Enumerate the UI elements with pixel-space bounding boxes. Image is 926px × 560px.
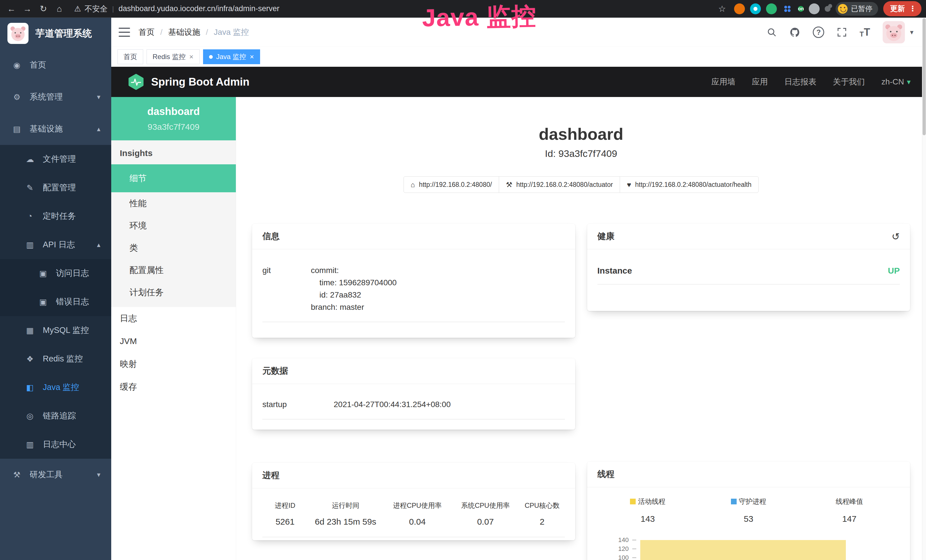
update-label: 更新 [890,4,905,14]
home-icon[interactable]: ⌂ [53,2,66,16]
database-icon: ▦ [24,326,35,335]
sba-nav-applications[interactable]: 应用 [752,76,768,87]
profile-avatar-icon [838,4,847,14]
security-label[interactable]: 不安全 [85,4,107,14]
service-url-button[interactable]: ⌂ http://192.168.0.2:48080/ [404,176,499,193]
sidebar-item-file-management[interactable]: ☁ 文件管理 [0,145,111,173]
admin-sidebar: 芋道管理系统 ◉ 首页 ⚙ 系统管理 ▾ ▤ 基础设施 ▴ ☁ 文件管理 ✎ 配… [0,18,111,560]
sba-item-environment[interactable]: 环境 [111,215,236,237]
sba-language-select[interactable]: zh-CN ▾ [882,77,911,86]
redis-icon: ❖ [24,354,35,364]
font-size-icon[interactable]: TT [859,26,870,38]
sidebar-item-label: 配置管理 [43,182,76,194]
bookmark-star-icon[interactable]: ☆ [715,2,729,16]
avatar-caret-icon[interactable]: ▾ [910,28,914,36]
pin-extension-icon[interactable] [750,3,761,14]
chevron-down-icon: ▾ [97,93,100,101]
breadcrumb-home[interactable]: 首页 [139,27,154,38]
health-url: http://192.168.0.2:48080/actuator/health [635,181,752,189]
switch-on-extension-icon[interactable]: on [798,6,803,12]
process-cpu-value: 0.04 [383,517,451,527]
sidebar-item-label: 访问日志 [56,268,89,279]
page-scrollbar[interactable] [922,18,926,560]
scrollbar-thumb[interactable] [923,18,926,135]
sidebar-item-scheduled-jobs[interactable]: ◔ 定时任务 [0,202,111,230]
sidebar-item-error-logs[interactable]: ▣ 错误日志 [0,288,111,316]
history-icon[interactable]: ↺ [892,231,900,242]
sba-nav-journal[interactable]: 日志报表 [785,76,817,87]
fullscreen-icon[interactable] [837,27,847,37]
service-url: http://192.168.0.2:48080/ [419,181,492,189]
sba-item-mappings[interactable]: 映射 [111,353,236,375]
profile-paused-chip[interactable]: 已暂停 [835,2,878,16]
sidebar-item-api-logs[interactable]: ▥ API 日志 ▴ [0,230,111,259]
extension-icon[interactable] [766,3,777,14]
sba-item-details[interactable]: 细节 [111,164,236,192]
sba-nav-wallboard[interactable]: 应用墙 [711,76,735,87]
live-threads-value: 143 [598,514,698,524]
help-icon[interactable]: ? [813,27,824,38]
sba-item-scheduled-tasks[interactable]: 计划任务 [111,281,236,304]
sba-item-caches[interactable]: 缓存 [111,375,236,398]
back-icon[interactable]: ← [5,2,18,16]
sba-item-classes[interactable]: 类 [111,237,236,259]
sidebar-item-label: 链路追踪 [43,410,76,422]
sidebar-item-infrastructure[interactable]: ▤ 基础设施 ▴ [0,113,111,145]
y-axis-tick: 140 [598,536,629,544]
health-url-button[interactable]: ♥ http://192.168.0.2:48080/actuator/heal… [620,176,759,193]
extension-icon[interactable] [809,3,820,14]
tab-label: 首页 [124,52,137,61]
url-text[interactable]: dashboard.yudao.iocoder.cn/infra/admin-s… [118,4,279,13]
sidebar-item-tracing[interactable]: ◎ 链路追踪 [0,402,111,430]
tab-home[interactable]: 首页 [118,49,143,64]
sidebar-item-access-logs[interactable]: ▣ 访问日志 [0,259,111,288]
sba-instance-header[interactable]: dashboard 93a3fc7f7409 [111,97,236,140]
sidebar-toggle-icon[interactable] [119,28,130,37]
github-icon[interactable] [790,27,800,38]
sidebar-item-system[interactable]: ⚙ 系统管理 ▾ [0,81,111,113]
sba-item-logs[interactable]: 日志 [111,307,236,330]
breadcrumb-separator: / [160,28,163,37]
dots-extension-icon[interactable] [782,3,793,14]
tab-redis-monitor[interactable]: Redis 监控 ✕ [147,49,200,64]
sidebar-item-java-monitor[interactable]: ◧ Java 监控 [0,373,111,402]
process-table: 进程ID 5261 运行时间 6d 23h 15m 59s 进程CPU使用率 [262,501,565,537]
sidebar-item-dev-tools[interactable]: ⚒ 研发工具 ▾ [0,459,111,491]
close-icon[interactable]: ✕ [250,54,254,60]
search-icon[interactable] [767,27,777,37]
page-title: dashboard [252,124,910,144]
system-cpu-value: 0.07 [451,517,520,527]
sba-sidebar: dashboard 93a3fc7f7409 Insights 细节 性能 环境… [111,97,236,560]
forward-icon[interactable]: → [21,2,34,16]
sidebar-item-home[interactable]: ◉ 首页 [0,49,111,81]
sba-nav-about[interactable]: 关于我们 [833,76,865,87]
sidebar-item-redis-monitor[interactable]: ❖ Redis 监控 [0,345,111,373]
sba-brand[interactable]: Spring Boot Admin [128,74,250,90]
monitor-icon: ▤ [11,124,22,134]
sidebar-item-log-center[interactable]: ▥ 日志中心 [0,430,111,459]
sba-insights-group: Insights 细节 性能 环境 类 配置属性 计划任务 [111,140,236,307]
breadcrumb-infrastructure[interactable]: 基础设施 [168,27,200,38]
app-logo[interactable]: 芋道管理系统 [0,18,111,49]
log-icon: ▥ [24,240,35,250]
extension-icon[interactable] [734,3,745,14]
user-avatar[interactable] [883,21,905,43]
health-status-badge: UP [888,266,900,275]
tab-label: Java 监控 [216,52,246,61]
instance-id: Id: 93a3fc7f7409 [252,148,910,159]
sidebar-item-config-management[interactable]: ✎ 配置管理 [0,173,111,202]
kebab-menu-icon[interactable]: ⋮ [909,4,916,13]
warning-icon: ⚠ [74,4,81,14]
sba-item-config-props[interactable]: 配置属性 [111,259,236,281]
sba-item-jvm[interactable]: JVM [111,330,236,353]
reload-icon[interactable]: ↻ [36,2,50,16]
sidebar-item-mysql-monitor[interactable]: ▦ MySQL 监控 [0,316,111,345]
actuator-url-button[interactable]: ⚒ http://192.168.0.2:48080/actuator [499,176,620,193]
extensions-puzzle-icon[interactable] [825,6,831,12]
close-icon[interactable]: ✕ [189,54,194,60]
tab-java-monitor[interactable]: Java 监控 ✕ [203,49,260,64]
sba-item-metrics[interactable]: 性能 [111,192,236,215]
update-button[interactable]: 更新 ⋮ [883,1,921,16]
git-branch-line: branch: master [311,301,565,313]
address-bar[interactable]: ⚠ 不安全 | dashboard.yudao.iocoder.cn/infra… [74,4,713,14]
